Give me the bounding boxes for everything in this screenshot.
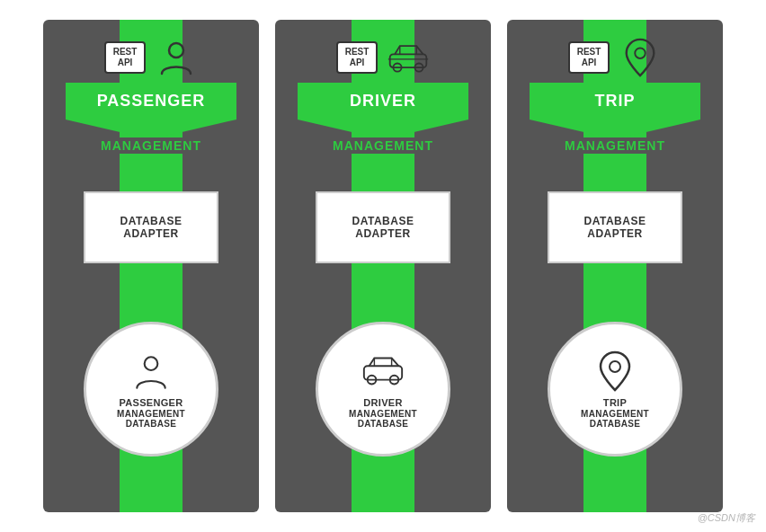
driver-top-section: RESTAPI DRIVER (275, 20, 491, 154)
svg-point-14 (610, 361, 620, 372)
passenger-top-section: RESTAPI PASSENGER MANAGEMENT (43, 20, 259, 154)
passenger-bottom-line3: DATABASE (126, 419, 176, 429)
trip-main-title: TRIP (594, 92, 635, 111)
trip-db-line2: ADAPTER (587, 227, 643, 240)
driver-bottom-circle: DRIVER MANAGEMENT DATABASE (316, 322, 450, 457)
svg-point-1 (145, 357, 158, 370)
driver-db-line1: DATABASE (352, 215, 414, 227)
trip-title-area: TRIP MANAGEMENT (530, 83, 700, 154)
passenger-main-title: PASSENGER (97, 92, 206, 111)
driver-db-line2: ADAPTER (355, 227, 411, 240)
driver-bottom-line3: DATABASE (358, 419, 408, 429)
watermark: @CSDN博客 (698, 511, 755, 525)
passenger-bottom-line2: MANAGEMENT (117, 409, 185, 419)
svg-point-0 (169, 43, 183, 58)
trip-middle: DATABASE ADAPTER TRIP MANAGEMENT DATABAS… (507, 154, 723, 512)
driver-middle: DATABASE ADAPTER DRIVER MANAGEMENT (275, 154, 491, 512)
passenger-column: RESTAPI PASSENGER MANAGEMENT (43, 20, 259, 512)
trip-bottom-icon (592, 349, 637, 394)
svg-point-13 (636, 48, 646, 58)
main-container: RESTAPI PASSENGER MANAGEMENT (0, 0, 766, 532)
driver-bottom-line2: MANAGEMENT (349, 409, 417, 419)
trip-bottom-circle: TRIP MANAGEMENT DATABASE (548, 322, 682, 457)
trip-top-section: RESTAPI TRIP MANAGEMENT (507, 20, 723, 154)
passenger-db-line2: ADAPTER (123, 227, 179, 240)
trip-rest-api-badge: RESTAPI (568, 41, 610, 74)
passenger-green-chevron: PASSENGER (66, 83, 236, 139)
trip-green-chevron: TRIP (530, 83, 700, 139)
passenger-bottom-circle: PASSENGER MANAGEMENT DATABASE (84, 322, 218, 457)
driver-api-row: RESTAPI (336, 36, 431, 79)
driver-top-icon (387, 36, 430, 79)
svg-rect-8 (364, 366, 402, 379)
driver-green-chevron: DRIVER (298, 83, 468, 139)
driver-rest-api-badge: RESTAPI (336, 41, 379, 74)
trip-top-icon (619, 36, 662, 79)
driver-title-area: DRIVER MANAGEMENT (298, 83, 468, 154)
passenger-title-area: PASSENGER MANAGEMENT (66, 83, 236, 154)
driver-bottom-line1: DRIVER (363, 397, 402, 409)
trip-db-adapter: DATABASE ADAPTER (548, 191, 682, 263)
svg-rect-2 (390, 54, 427, 67)
passenger-api-row: RESTAPI (104, 36, 199, 79)
trip-column: RESTAPI TRIP MANAGEMENT (507, 20, 723, 512)
passenger-bottom-icon (129, 349, 174, 394)
trip-sub-title: MANAGEMENT (554, 137, 676, 154)
trip-bottom-line3: DATABASE (590, 419, 640, 429)
passenger-top-icon (155, 36, 198, 79)
trip-bottom-line2: MANAGEMENT (581, 409, 649, 419)
trip-api-row: RESTAPI (568, 36, 663, 79)
trip-db-line1: DATABASE (584, 215, 646, 227)
driver-main-title: DRIVER (350, 92, 416, 111)
passenger-db-adapter: DATABASE ADAPTER (84, 191, 218, 263)
passenger-rest-api-badge: RESTAPI (104, 41, 147, 74)
passenger-sub-title: MANAGEMENT (90, 137, 212, 154)
passenger-db-line1: DATABASE (120, 215, 183, 227)
driver-db-adapter: DATABASE ADAPTER (316, 191, 450, 263)
trip-bottom-line1: TRIP (603, 397, 627, 409)
passenger-bottom-line1: PASSENGER (120, 397, 183, 409)
passenger-middle: DATABASE ADAPTER PASSENGER MANAGEMENT DA… (43, 154, 259, 512)
driver-column: RESTAPI DRIVER (275, 20, 491, 512)
driver-sub-title: MANAGEMENT (322, 137, 444, 154)
driver-bottom-icon (361, 349, 405, 394)
